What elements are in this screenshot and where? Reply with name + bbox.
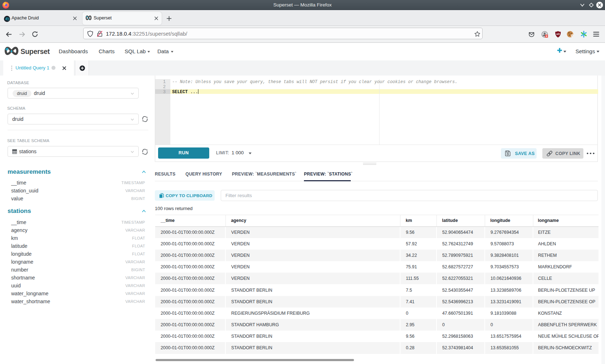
svg-text:uO: uO bbox=[556, 32, 560, 35]
